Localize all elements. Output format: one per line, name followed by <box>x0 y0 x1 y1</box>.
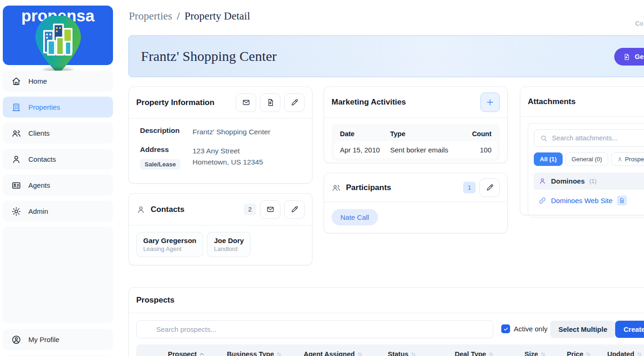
attachments-card: Attachments All (1) General (0) Prospect… <box>520 86 644 215</box>
marketing-activities-card: Marketing Activities Date Type Count Apr… <box>324 86 508 163</box>
marketing-table-header: Date Type Count <box>334 126 497 141</box>
filter-prospect[interactable]: Prospect (1) <box>611 152 644 166</box>
mail-icon <box>242 98 251 107</box>
add-marketing-activity-button[interactable] <box>480 92 500 112</box>
filter-general[interactable]: General (0) <box>565 152 608 166</box>
user-circle-icon <box>11 335 21 345</box>
app-logo[interactable]: propensa <box>3 6 113 65</box>
column-header-prospect[interactable]: Prospect <box>168 350 205 356</box>
link-icon <box>538 197 546 204</box>
prospects-card: Prospects Active only Select Multiple Cr… <box>128 287 644 356</box>
email-contacts-button[interactable] <box>260 200 280 219</box>
sidebar-item-admin[interactable]: Admin <box>3 201 113 222</box>
participants-card: Participants 1 Nate Call <box>324 173 508 233</box>
active-only-label: Active only <box>514 325 548 333</box>
activity-count: 100 <box>464 146 491 154</box>
sidebar-item-properties[interactable]: Properties <box>3 97 113 118</box>
home-icon <box>11 76 21 86</box>
card-title: Property Information <box>136 98 214 107</box>
page-title: Frantz' Shopping Center <box>141 48 277 64</box>
column-header-status[interactable]: Status <box>388 350 417 356</box>
sort-icon <box>276 351 282 356</box>
sidebar-item-agents[interactable]: Agents <box>3 175 113 196</box>
generate-report-button[interactable]: Gen <box>614 48 644 66</box>
create-prospect-button[interactable]: Create <box>615 321 644 338</box>
description-value: Frantz' Shopping Center <box>193 126 271 138</box>
attachment-link-dominoes-web-site[interactable]: Dominoes Web Site <box>534 190 644 211</box>
column-header-count: Count <box>464 130 491 138</box>
edit-participants-button[interactable] <box>479 178 500 197</box>
id-card-icon <box>11 180 21 191</box>
address-label: Address <box>140 145 169 153</box>
attachments-search-input[interactable] <box>552 134 644 142</box>
breadcrumb: Properties/Property Detail <box>129 10 250 22</box>
column-header-updated[interactable]: Updated <box>607 350 643 356</box>
email-property-button[interactable] <box>236 93 256 112</box>
plus-icon <box>485 98 495 107</box>
select-multiple-button[interactable]: Select Multiple <box>550 321 616 338</box>
edit-contacts-button[interactable] <box>284 200 305 219</box>
column-header-agent-assigned[interactable]: Agent Assigned <box>304 350 363 356</box>
description-label: Description <box>140 126 193 138</box>
card-title: Prospects <box>136 296 174 305</box>
building-icon <box>11 102 21 112</box>
user-icon <box>538 177 546 185</box>
group-name: Dominoes <box>551 177 585 185</box>
sidebar-item-my-profile[interactable]: My Profile <box>3 329 113 350</box>
check-icon <box>503 326 509 332</box>
address-line2: Hometown, US 12345 <box>193 158 263 166</box>
pencil-icon <box>485 183 494 192</box>
sidebar-item-contacts[interactable]: Contacts <box>3 149 113 170</box>
card-title: Participants <box>346 183 391 192</box>
activity-type: Sent borker emails <box>390 146 464 154</box>
user-icon <box>136 205 146 214</box>
column-header-type: Type <box>390 130 464 138</box>
contact-role: Landlord <box>214 245 244 252</box>
user-icon <box>11 154 21 165</box>
edit-property-button[interactable] <box>284 93 305 112</box>
sidebar-item-clients[interactable]: Clients <box>3 123 113 144</box>
group-count: (1) <box>590 178 597 185</box>
property-header-band: Frantz' Shopping Center Gen <box>128 35 644 77</box>
sidebar-item-label: Admin <box>28 207 48 215</box>
sort-icon <box>488 351 494 356</box>
contact-card-gary-gregerson[interactable]: Gary Gregerson Leasing Agent <box>136 232 203 257</box>
open-attachment-button[interactable] <box>617 196 627 205</box>
column-header-date: Date <box>340 130 390 138</box>
filter-all[interactable]: All (1) <box>534 152 563 166</box>
sidebar-item-label: Home <box>28 77 47 85</box>
contact-card-joe-dory[interactable]: Joe Dory Landlord <box>207 232 251 257</box>
marketing-table: Date Type Count Apr 15, 2010 Sent borker… <box>332 124 500 161</box>
column-header-price[interactable]: Price <box>567 350 591 356</box>
participant-chip[interactable]: Nate Call <box>332 209 378 225</box>
sort-icon <box>357 351 363 356</box>
property-information-card: Property Information Description Frantz'… <box>128 86 312 184</box>
contact-name: Joe Dory <box>214 237 244 244</box>
active-only-checkbox[interactable] <box>501 324 510 333</box>
mail-icon <box>266 205 275 214</box>
sidebar-empty-panel <box>3 227 113 323</box>
generate-button-label: Gen <box>635 53 644 60</box>
marketing-table-row[interactable]: Apr 15, 2010 Sent borker emails 100 <box>334 141 497 158</box>
sidebar-item-label: Agents <box>28 181 50 189</box>
prospects-search-input[interactable] <box>136 320 493 338</box>
breadcrumb-properties-link[interactable]: Properties <box>129 10 172 22</box>
sidebar-item-label: Properties <box>28 103 60 111</box>
column-header-business-type[interactable]: Business Type <box>227 350 282 356</box>
card-title: Attachments <box>528 97 576 106</box>
breadcrumb-separator: / <box>177 10 179 22</box>
users-icon <box>332 183 341 192</box>
attachment-name: Dominoes Web Site <box>551 197 612 204</box>
card-title: Contacts <box>151 205 185 214</box>
sort-icon <box>540 351 546 356</box>
pencil-icon <box>290 98 299 107</box>
export-property-button[interactable] <box>260 93 280 112</box>
sale-lease-badge: Sale/Lease <box>140 159 180 170</box>
column-header-deal-type[interactable]: Deal Type <box>455 350 494 356</box>
sort-asc-icon <box>199 351 205 356</box>
sidebar-item-home[interactable]: Home <box>3 71 113 92</box>
prospects-table-header: Prospect Business Type Agent Assigned St… <box>136 344 644 356</box>
attachment-group-dominoes[interactable]: Dominoes (1) <box>534 172 644 190</box>
contact-role: Leasing Agent <box>143 245 196 252</box>
column-header-size[interactable]: Size <box>524 350 546 356</box>
